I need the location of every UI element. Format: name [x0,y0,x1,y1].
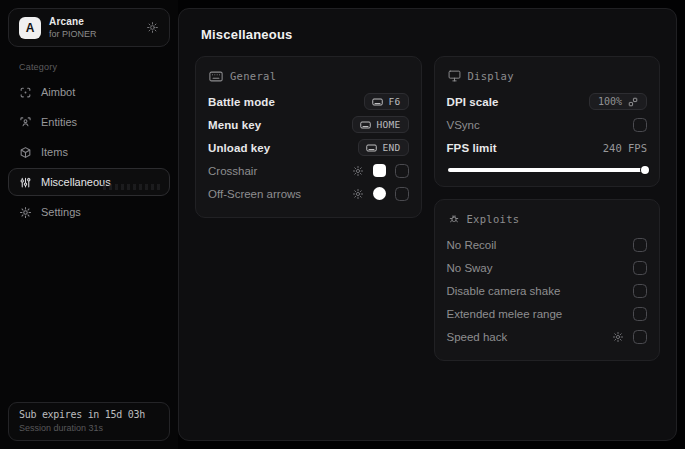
crosshair-checkbox[interactable] [395,164,409,178]
fps-limit-slider[interactable] [448,168,647,172]
setting-row-speed-hack: Speed hack [447,325,648,348]
fps-slider-fill [448,168,645,172]
exploits-card-header: Exploits [448,213,648,225]
display-card-title: Display [468,70,514,82]
vsync-checkbox[interactable] [633,118,647,132]
setting-row-extended-melee-range: Extended melee range [447,302,648,325]
setting-row-offscreen-arrows: Off-Screen arrows [208,182,409,205]
app-meta: Arcane for PIONER [49,16,97,39]
speed-hack-settings-gear-icon[interactable] [612,331,624,343]
setting-label: Speed hack [447,331,508,343]
app-subtitle: for PIONER [49,29,97,39]
menu-key-keybind[interactable]: HOME [352,116,408,133]
main-panel: Miscellaneous General Battle mode [178,8,677,441]
gear-icon [19,206,32,219]
sliders-icon [19,176,32,189]
setting-row-crosshair: Crosshair [208,159,409,182]
setting-label: Menu key [208,119,261,131]
right-column: Display DPI scale 100% VSync [434,56,661,361]
setting-row-menu-key: Menu key HOME [208,113,409,136]
entities-icon [19,116,32,129]
exploits-card: Exploits No Recoil No Sway Disable camer… [434,199,661,361]
aimbot-icon [19,86,32,99]
sidebar-item-aimbot[interactable]: Aimbot [8,78,170,106]
left-column: General Battle mode F6 Menu key [195,56,422,218]
bug-icon [448,213,460,225]
fps-slider-thumb[interactable] [641,166,649,174]
crosshair-settings-gear-icon[interactable] [352,165,364,177]
speed-hack-controls [612,330,647,344]
crosshair-color-swatch[interactable] [373,164,386,177]
setting-label: No Recoil [447,239,497,251]
key-icon [366,144,377,152]
setting-row-fps-limit: FPS limit 240 FPS [447,136,648,159]
setting-label: Battle mode [208,96,275,108]
speed-hack-checkbox[interactable] [633,330,647,344]
keybind-value: END [382,142,400,153]
sidebar-item-entities[interactable]: Entities [8,108,170,136]
display-card-header: Display [448,70,648,82]
setting-row-unload-key: Unload key END [208,136,409,159]
keyboard-icon [209,71,223,82]
setting-label: Disable camera shake [447,285,561,297]
sidebar-item-label: Entities [41,116,77,128]
sub-expiry-text: Sub expires in 15d 03h [19,409,159,420]
keybind-value: F6 [388,96,400,107]
sidebar-item-label: Aimbot [41,86,75,98]
setting-row-disable-camera-shake: Disable camera shake [447,279,648,302]
setting-label: Off-Screen arrows [208,188,301,200]
offscreen-arrows-controls [352,187,409,201]
sidebar-item-label: Miscellaneous [41,176,111,188]
items-icon [19,146,32,159]
exploits-card-title: Exploits [467,213,520,225]
app-title: Arcane [49,16,97,27]
extended-melee-range-checkbox[interactable] [633,307,647,321]
setting-row-no-sway: No Sway [447,256,648,279]
monitor-icon [448,70,461,82]
content-columns: General Battle mode F6 Menu key [193,56,662,361]
no-sway-checkbox[interactable] [633,261,647,275]
sidebar-item-label: Items [41,146,68,158]
general-card-title: General [230,70,276,82]
no-recoil-checkbox[interactable] [633,238,647,252]
display-card: Display DPI scale 100% VSync [434,56,661,187]
setting-label: Extended melee range [447,308,563,320]
key-icon [360,121,371,129]
battle-mode-keybind[interactable]: F6 [364,93,408,110]
header-gear-icon[interactable] [146,21,159,34]
fps-limit-value: 240 FPS [603,142,647,154]
sidebar-item-miscellaneous[interactable]: Miscellaneous [8,168,170,196]
general-card-header: General [209,70,409,82]
sidebar-item-settings[interactable]: Settings [8,198,170,226]
unload-key-keybind[interactable]: END [358,139,408,156]
app-logo: A [19,17,41,39]
setting-label: Crosshair [208,165,257,177]
setting-label: No Sway [447,262,493,274]
setting-label: VSync [447,119,480,131]
setting-row-battle-mode: Battle mode F6 [208,90,409,113]
disable-camera-shake-checkbox[interactable] [633,284,647,298]
session-duration-text: Session duration 31s [19,423,159,433]
setting-label: DPI scale [447,96,499,108]
app-header: A Arcane for PIONER [8,8,170,47]
setting-row-dpi-scale: DPI scale 100% [447,90,648,113]
setting-label: FPS limit [447,142,497,154]
dpi-scale-select[interactable]: 100% [589,93,647,110]
key-icon [372,98,383,106]
setting-label: Unload key [208,142,270,154]
offscreen-arrows-settings-gear-icon[interactable] [352,188,364,200]
dpi-scale-value: 100% [598,96,622,107]
sidebar-item-label: Settings [41,206,81,218]
setting-row-vsync: VSync [447,113,648,136]
offscreen-arrows-color-swatch[interactable] [373,187,386,200]
subscription-status: Sub expires in 15d 03h Session duration … [8,402,170,441]
general-card: General Battle mode F6 Menu key [195,56,422,218]
keybind-value: HOME [376,119,400,130]
sidebar-item-items[interactable]: Items [8,138,170,166]
crosshair-controls [352,164,409,178]
category-label: Category [19,62,170,72]
offscreen-arrows-checkbox[interactable] [395,187,409,201]
sidebar: A Arcane for PIONER Category Aimbot [0,0,178,449]
setting-row-no-recoil: No Recoil [447,233,648,256]
page-title: Miscellaneous [201,27,662,42]
